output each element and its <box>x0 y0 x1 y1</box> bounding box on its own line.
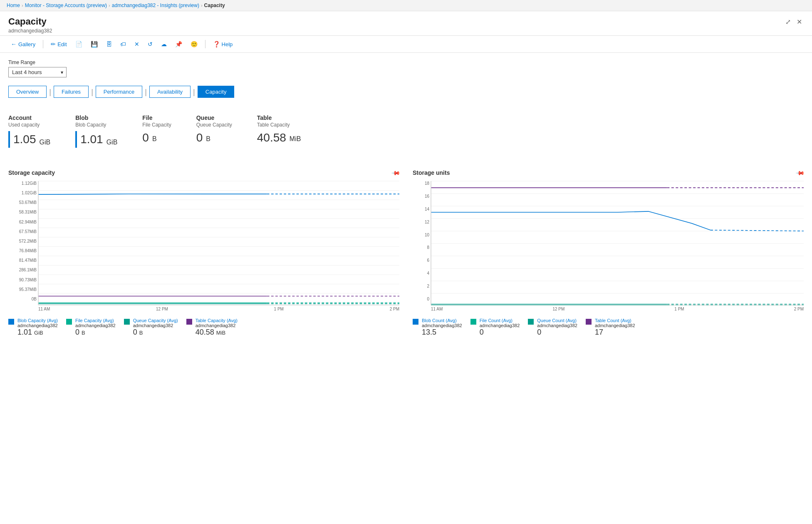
close-button[interactable]: ✕ <box>795 16 804 27</box>
legend-file-capacity: File Capacity (Avg) admchangediag382 0 B <box>66 318 116 337</box>
metric-table-value: 40.58 <box>257 131 286 144</box>
x-axis-units: 11 AM 12 PM 1 PM 2 PM <box>431 306 804 311</box>
metric-account-value: 1.05 <box>13 133 36 146</box>
legend-file-color <box>66 319 72 325</box>
metric-file-sublabel: File Capacity <box>142 122 171 128</box>
gallery-button[interactable]: ← Gallery <box>8 39 38 49</box>
page-title: Capacity <box>8 16 52 27</box>
tab-overview[interactable]: Overview <box>8 86 47 98</box>
undock-button[interactable]: ⤢ <box>784 16 792 27</box>
svg-line-33 <box>710 230 804 231</box>
metric-file-value-row: 0 B <box>142 131 171 144</box>
title-section: Capacity admchangediag382 <box>8 16 52 34</box>
edit-button[interactable]: ✏ Edit <box>48 39 69 49</box>
gallery-label: Gallery <box>18 41 35 47</box>
copy-icon: 🗄 <box>106 41 112 47</box>
x-axis-capacity: 11 AM 12 PM 1 PM 2 PM <box>38 306 399 311</box>
help-button[interactable]: ❓ Help <box>210 39 235 49</box>
time-range-label: Time Range <box>8 60 804 65</box>
legend-blob-color <box>8 319 14 325</box>
storage-units-panel: Storage units 📌 18 16 14 12 10 8 6 4 2 0 <box>413 169 804 337</box>
legend-file-text: File Capacity (Avg) admchangediag382 0 B <box>75 318 116 337</box>
copy-button[interactable]: 🗄 <box>104 39 114 49</box>
breadcrumb-monitor[interactable]: Monitor - Storage Accounts (preview) <box>25 2 107 8</box>
metric-table-value-row: 40.58 MiB <box>257 131 301 144</box>
main-content: Time Range Last 4 hours Last 12 hours La… <box>0 53 812 343</box>
metrics-row: Account Used capacity 1.05 GiB Blob Blob… <box>8 108 804 154</box>
metric-blob-unit: GiB <box>106 139 118 146</box>
new-icon: 📄 <box>75 41 82 47</box>
metric-queue-label: Queue <box>196 114 232 121</box>
time-range-select[interactable]: Last 4 hours Last 12 hours Last 24 hours… <box>8 67 67 77</box>
tag-icon: 🏷 <box>120 41 126 47</box>
storage-units-legend: Blob Count (Avg) admchangediag382 13.5 F… <box>413 318 804 337</box>
header-actions: ⤢ ✕ <box>784 16 804 27</box>
save-button[interactable]: 💾 <box>88 39 100 49</box>
storage-capacity-svg <box>38 181 399 306</box>
storage-capacity-chart-wrapper: 1.12GiB 1.02GiB 53.67MiB 58.31MiB 62.94M… <box>8 181 399 311</box>
legend-file-count: File Count (Avg) admchangediag382 0 <box>470 318 520 337</box>
storage-units-chart-wrapper: 18 16 14 12 10 8 6 4 2 0 <box>413 181 804 311</box>
feedback-button[interactable]: 🙂 <box>188 39 200 49</box>
metric-file: File File Capacity 0 B <box>142 114 171 148</box>
time-range-section: Time Range Last 4 hours Last 12 hours La… <box>8 60 804 77</box>
legend-queue-capacity: Queue Capacity (Avg) admchangediag382 0 … <box>124 318 178 337</box>
legend-blob-count-text: Blob Count (Avg) admchangediag382 13.5 <box>422 318 462 337</box>
discard-icon: ✕ <box>134 41 139 47</box>
legend-blob-count-color <box>413 319 418 325</box>
metric-queue-value: 0 <box>196 131 203 144</box>
metric-blob-label: Blob <box>75 114 117 121</box>
tabs-row: Overview | Failures | Performance | Avai… <box>8 86 804 98</box>
refresh-button[interactable]: ↺ <box>145 39 155 49</box>
breadcrumb-current: Capacity <box>204 2 225 8</box>
metric-queue: Queue Queue Capacity 0 B <box>196 114 232 148</box>
legend-table-text: Table Capacity (Avg) admchangediag382 40… <box>196 318 238 337</box>
legend-table-capacity: Table Capacity (Avg) admchangediag382 40… <box>186 318 238 337</box>
storage-capacity-pin[interactable]: 📌 <box>391 168 401 177</box>
gallery-icon: ← <box>11 41 17 47</box>
tab-performance[interactable]: Performance <box>96 86 142 98</box>
legend-table-color <box>186 319 192 325</box>
storage-units-pin[interactable]: 📌 <box>795 168 805 177</box>
pin-icon: 📌 <box>175 41 182 47</box>
storage-capacity-legend: Blob Capacity (Avg) admchangediag382 1.0… <box>8 318 399 337</box>
breadcrumb-insights[interactable]: admchangediag382 - Insights (preview) <box>112 2 199 8</box>
legend-blob-text: Blob Capacity (Avg) admchangediag382 1.0… <box>17 318 58 337</box>
time-range-wrapper[interactable]: Last 4 hours Last 12 hours Last 24 hours… <box>8 67 67 77</box>
breadcrumb: Home › Monitor - Storage Accounts (previ… <box>0 0 812 11</box>
legend-queue-count-text: Queue Count (Avg) admchangediag382 0 <box>537 318 577 337</box>
refresh-icon: ↺ <box>148 41 153 47</box>
tab-availability[interactable]: Availability <box>149 86 191 98</box>
metric-blob-value: 1.01 <box>80 133 103 146</box>
help-label: Help <box>222 41 233 47</box>
legend-table-count: Table Count (Avg) admchangediag382 17 <box>586 318 635 337</box>
storage-capacity-title: Storage capacity 📌 <box>8 169 399 176</box>
legend-file-count-text: File Count (Avg) admchangediag382 0 <box>480 318 520 337</box>
breadcrumb-home[interactable]: Home <box>7 2 20 8</box>
upload-button[interactable]: ☁ <box>158 39 169 49</box>
pin-button[interactable]: 📌 <box>173 39 185 49</box>
legend-queue-color <box>124 319 130 325</box>
metric-account-label: Account <box>8 114 50 121</box>
metric-queue-unit: B <box>206 135 210 143</box>
legend-table-count-color <box>586 319 592 325</box>
tag-button[interactable]: 🏷 <box>118 39 129 49</box>
new-button[interactable]: 📄 <box>73 39 85 49</box>
metric-queue-value-row: 0 B <box>196 131 232 144</box>
legend-blob-capacity: Blob Capacity (Avg) admchangediag382 1.0… <box>8 318 58 337</box>
charts-row: Storage capacity 📌 1.12GiB 1.02GiB 53.67… <box>8 169 804 337</box>
tab-failures[interactable]: Failures <box>54 86 89 98</box>
legend-file-count-color <box>470 319 476 325</box>
toolbar-divider-1 <box>43 40 43 48</box>
metric-table-label: Table <box>257 114 301 121</box>
metric-file-label: File <box>142 114 171 121</box>
edit-label: Edit <box>57 41 67 47</box>
tab-capacity[interactable]: Capacity <box>198 86 235 98</box>
metric-blob: Blob Blob Capacity 1.01 GiB <box>75 114 117 148</box>
metric-table: Table Table Capacity 40.58 MiB <box>257 114 301 148</box>
metric-account-sublabel: Used capacity <box>8 122 50 128</box>
metric-file-unit: B <box>152 135 157 143</box>
legend-table-count-text: Table Count (Avg) admchangediag382 17 <box>595 318 635 337</box>
discard-button[interactable]: ✕ <box>132 39 142 49</box>
edit-icon: ✏ <box>51 41 56 47</box>
